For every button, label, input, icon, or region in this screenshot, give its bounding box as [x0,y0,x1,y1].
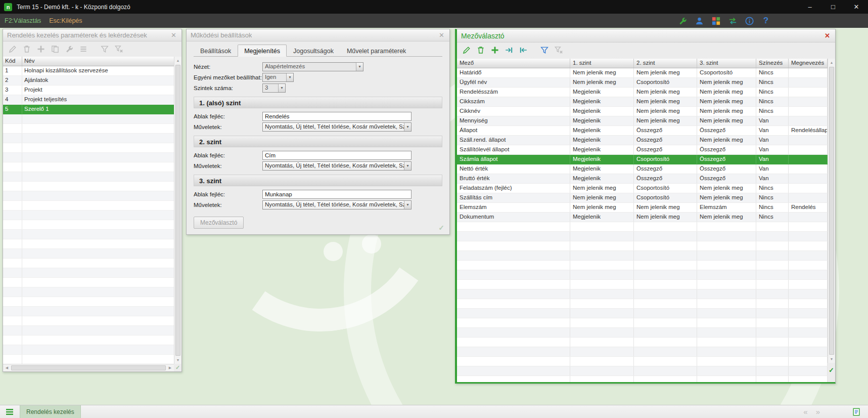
field-selector-close-icon[interactable]: ✕ [824,32,831,39]
chevron-down-icon: ▾ [278,84,285,92]
list-menu-icon[interactable] [78,44,88,54]
params-empty-row [3,239,174,249]
delete-trash-icon[interactable] [22,44,32,54]
edit-pencil-icon[interactable] [8,44,18,54]
close-window-button[interactable]: ✕ [845,0,868,14]
scroll-down-icon[interactable]: ▼ [828,355,835,363]
dropdown-field[interactable]: Alapértelmezés▾ [262,62,363,71]
move-right-icon[interactable] [504,45,514,55]
field-row[interactable]: Feladatszám (fejléc)Nem jelenik megCsopo… [457,184,828,193]
params-empty-row [3,230,174,239]
field-row[interactable]: ElemszámNem jelenik megNem jelenik megEl… [457,203,828,213]
params-row[interactable]: 5Szerelő 1 [3,105,174,114]
field-selector-confirm-check-icon[interactable]: ✓ [828,366,835,374]
minimize-button[interactable]: – [798,0,821,14]
filter-icon[interactable] [539,45,550,55]
menu-esc-exit[interactable]: Esc:Kilépés [49,17,82,24]
dropdown-field[interactable]: 3▾ [262,83,286,93]
statusbar-active-tab[interactable]: Rendelés kezelés [20,405,81,418]
operations-dropdown[interactable]: Nyomtatás, Új tétel, Tétel törlése, Kosá… [262,161,412,171]
field-row[interactable]: MennyiségMegjelenikNem jelenik megNem je… [457,116,828,126]
help-icon[interactable]: ? [761,16,771,26]
next-tab-icon[interactable]: » [816,407,820,416]
column-header-1[interactable]: Mező [457,59,570,68]
settings-panel-close-icon[interactable]: ✕ [438,31,445,39]
scrollbar-thumb[interactable] [175,65,180,356]
params-toolbar [3,41,181,57]
settings-confirm-check-icon[interactable]: ✓ [438,224,444,232]
params-panel-close-icon[interactable]: ✕ [170,31,177,39]
info-icon[interactable] [744,16,754,26]
params-horizontal-scrollbar[interactable]: ◀ ▶ [3,364,174,371]
field-row[interactable]: Nettó értékMegjelenikÖsszegzőÖsszegzőVan [457,164,828,174]
dropdown-field[interactable]: Igen▾ [262,73,294,82]
field-row[interactable]: HatáridőNem jelenik megNem jelenik megCs… [457,68,828,78]
filter-icon[interactable] [100,44,110,54]
tab-művelet-paraméterek[interactable]: Művelet paraméterek [340,45,413,56]
params-empty-row [3,307,174,316]
move-left-icon[interactable] [518,45,528,55]
field-row[interactable]: RendelésszámMegjelenikNem jelenik megNem… [457,88,828,97]
switch-user-arrows-icon[interactable] [727,16,738,26]
filter-clear-icon[interactable] [554,45,564,55]
column-header-kod[interactable]: Kód [3,57,22,66]
copy-icon[interactable] [50,44,60,54]
wrench-icon[interactable] [64,44,74,54]
scroll-left-icon[interactable]: ◀ [3,364,11,371]
scroll-right-icon[interactable]: ▶ [166,364,174,371]
field-row[interactable]: Bruttó értékMegjelenikÖsszegzőÖsszegzőVa… [457,174,828,184]
field-row[interactable]: Ügyfél névNem jelenik megCsoportosítóNem… [457,78,828,88]
params-row[interactable]: 4Projekt teljesítés [3,95,174,105]
params-vertical-scrollbar[interactable]: ▲ ▼ [174,57,181,364]
field-row[interactable]: CikkszámMegjelenikNem jelenik megNem jel… [457,97,828,107]
add-plus-icon[interactable] [36,44,46,54]
column-header-4[interactable]: 3. szint [697,59,756,68]
field-row[interactable]: Szállítólevél állapotMegjelenikÖsszegzőÖ… [457,145,828,155]
scroll-down-icon[interactable]: ▼ [174,356,181,364]
form-field-label: Műveletek: [194,202,262,208]
field-row[interactable]: ÁllapotMegjelenikÖsszegzőÖsszegzőVanRend… [457,126,828,136]
user-icon[interactable] [694,16,704,26]
filter-clear-icon[interactable] [114,44,124,54]
prev-tab-icon[interactable]: « [803,407,807,416]
operations-dropdown[interactable]: Nyomtatás, Új tétel, Tétel törlése, Kosá… [262,122,412,132]
column-header-2[interactable]: 1. szint [570,59,634,68]
window-header-input[interactable]: Cím [262,151,412,160]
params-row[interactable]: 1Holnapi kiszállítások szervezése [3,66,174,76]
field-row[interactable]: Szállítás címNem jelenik megCsoportosító… [457,193,828,203]
params-row[interactable]: 3Projekt [3,86,174,95]
window-header-input[interactable]: Munkanap [262,190,412,199]
tab-beállítások[interactable]: Beállítások [194,45,238,56]
column-header-6[interactable]: Megnevezés [789,59,828,68]
maximize-button[interactable]: □ [821,0,845,14]
field-selector-button[interactable]: Mezőválasztó [194,217,244,229]
scroll-up-icon[interactable]: ▲ [828,59,835,66]
menu-f2-select[interactable]: F2:Választás [5,17,41,24]
column-header-3[interactable]: 2. szint [634,59,697,68]
window-header-input[interactable]: Rendelés [262,112,412,121]
scroll-up-icon[interactable]: ▲ [174,57,181,64]
field-row[interactable]: Száll.rend. állapotMegjelenikÖsszegzőNem… [457,136,828,145]
field-table: Mező1. szint2. szint3. szintSzínezésMegn… [457,59,828,382]
scrollbar-thumb[interactable] [11,365,166,370]
tab-jogosultságok[interactable]: Jogosultságok [287,45,340,56]
scrollbar-thumb[interactable] [829,67,834,355]
params-row[interactable]: 2Ajánlatok [3,76,174,86]
edit-pencil-icon[interactable] [462,45,472,55]
add-plus-icon[interactable] [490,45,500,55]
field-row[interactable]: CikknévMegjelenikNem jelenik megNem jele… [457,107,828,116]
statusbar-menu-icon[interactable] [5,407,15,417]
field-row[interactable]: Számla állapotMegjelenikCsoportosítóÖssz… [457,155,828,164]
params-confirm-check-icon[interactable]: ✓ [174,364,181,371]
settings-wrench-icon[interactable] [677,16,688,26]
field-vertical-scrollbar[interactable]: ▲ ▼ [828,59,835,363]
params-empty-row [3,355,174,364]
column-header-nev[interactable]: Név [22,57,174,66]
field-row[interactable]: DokumentumMegjelenikNem jelenik megNem j… [457,213,828,222]
column-header-5[interactable]: Színezés [756,59,789,68]
tab-megjelenítés[interactable]: Megjelenítés [238,45,287,57]
delete-trash-icon[interactable] [476,45,486,55]
apps-grid-icon[interactable] [711,16,721,26]
operations-dropdown[interactable]: Nyomtatás, Új tétel, Tétel törlése, Kosá… [262,200,412,210]
statusbar-document-icon[interactable] [852,407,861,416]
